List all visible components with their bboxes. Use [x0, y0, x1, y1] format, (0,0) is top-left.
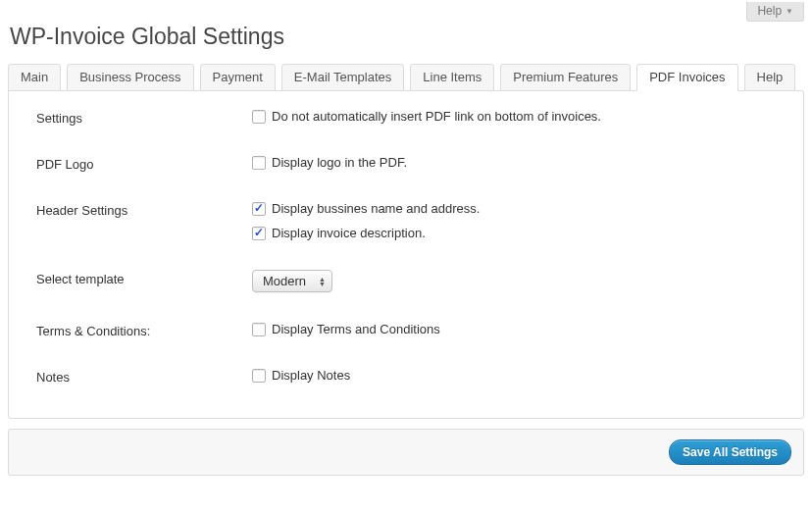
screen-help-label: Help [757, 4, 782, 18]
section-title-terms: Terms & Conditions: [36, 322, 252, 338]
tab-main[interactable]: Main [8, 64, 61, 91]
checkbox-label: Display bussines name and address. [272, 201, 480, 216]
checkbox-display-business-name[interactable] [252, 202, 266, 216]
checkbox-display-invoice-description[interactable] [252, 227, 266, 240]
checkbox-display-terms[interactable] [252, 323, 266, 336]
screen-help-toggle[interactable]: Help ▼ [746, 2, 804, 22]
checkbox-display-logo[interactable] [252, 156, 266, 170]
footer-bar: Save All Settings [8, 429, 804, 476]
tab-line-items[interactable]: Line Items [410, 64, 494, 91]
tab-help[interactable]: Help [744, 64, 796, 91]
template-select[interactable]: Modern ▲▼ [252, 270, 332, 292]
checkbox-display-notes[interactable] [252, 369, 266, 383]
checkbox-label: Display Notes [272, 368, 350, 383]
section-title-settings: Settings [36, 109, 252, 126]
checkbox-no-auto-pdf-link[interactable] [252, 110, 266, 124]
tabs-list: MainBusiness ProcessPaymentE-Mail Templa… [8, 64, 804, 91]
tab-payment[interactable]: Payment [200, 64, 276, 91]
chevron-down-icon: ▼ [786, 7, 793, 16]
tab-business-process[interactable]: Business Process [67, 64, 193, 91]
tab-e-mail-templates[interactable]: E-Mail Templates [281, 64, 404, 91]
settings-panel: Settings Do not automatically insert PDF… [8, 90, 804, 419]
section-title-header-settings: Header Settings [36, 201, 252, 218]
tab-pdf-invoices[interactable]: PDF Invoices [636, 64, 737, 91]
page-title: WP-Invoice Global Settings [10, 24, 804, 50]
checkbox-label: Display invoice description. [272, 226, 426, 240]
select-arrows-icon: ▲▼ [319, 277, 326, 286]
tab-premium-features[interactable]: Premium Features [500, 64, 631, 91]
template-select-value: Modern [263, 274, 306, 288]
section-title-pdf-logo: PDF Logo [36, 155, 252, 172]
checkbox-label: Display Terms and Conditions [272, 322, 440, 336]
section-title-notes: Notes [36, 368, 252, 385]
save-all-settings-button[interactable]: Save All Settings [669, 439, 791, 465]
section-title-select-template: Select template [36, 270, 252, 286]
checkbox-label: Display logo in the PDF. [272, 155, 407, 170]
checkbox-label: Do not automatically insert PDF link on … [272, 109, 601, 124]
